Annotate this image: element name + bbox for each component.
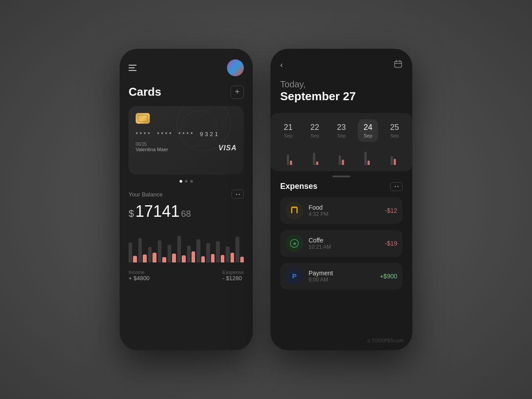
expense-item[interactable]: Food4:32 PM-$12	[280, 197, 403, 224]
bar-group	[177, 236, 186, 262]
bar-dark	[148, 247, 152, 262]
bar-pink	[201, 256, 205, 262]
mini-bar	[391, 156, 393, 165]
dot2	[239, 194, 240, 195]
day-item[interactable]: 23Sep	[331, 119, 352, 142]
scroll-pill	[332, 176, 350, 177]
card-dot-2[interactable]	[185, 180, 188, 183]
bar-pink	[231, 253, 234, 262]
scroll-indicator	[280, 171, 403, 182]
expense-item[interactable]: PPayment9:00 AM+$900	[280, 263, 403, 289]
expenses-more-button[interactable]	[390, 182, 403, 191]
expense-item[interactable]: ★Coffe10:21 AM-$19	[280, 230, 403, 257]
bar-pink	[153, 253, 156, 262]
expense-name: Payment	[309, 270, 375, 277]
dot1	[395, 186, 396, 187]
mini-bar	[368, 160, 370, 165]
day-item[interactable]: 22Sep	[305, 119, 325, 142]
bar-pink	[162, 257, 166, 262]
expense-amount: -$19	[385, 240, 397, 247]
mini-bar-group	[364, 152, 370, 165]
expense-icon: P	[286, 267, 303, 285]
bar-group	[196, 239, 205, 262]
bar-dark	[177, 236, 181, 262]
mini-bar	[339, 155, 341, 165]
card-dot-3[interactable]	[190, 180, 193, 183]
day-label: Sep	[310, 133, 319, 138]
day-number: 24	[364, 123, 372, 132]
svg-text:P: P	[292, 272, 297, 280]
calendar-icon[interactable]	[394, 59, 403, 70]
bar-pink	[133, 256, 137, 262]
card-number: **** **** **** 9321	[136, 131, 237, 137]
left-header	[129, 59, 244, 76]
card-expiry: 06/25	[136, 142, 168, 147]
right-header: ‹	[280, 59, 403, 70]
bar-dark	[129, 243, 132, 262]
card-num-3: ****	[179, 131, 195, 137]
avatar[interactable]	[227, 59, 244, 76]
bar-dark	[138, 238, 142, 262]
mini-bar	[364, 152, 367, 165]
expense-list: Food4:32 PM-$12★Coffe10:21 AM-$19PPaymen…	[280, 197, 403, 289]
stats-row: Income + $4800 Exspense - $1280	[129, 270, 244, 282]
expense-label: Exspense	[223, 270, 244, 275]
expense-info: Food4:32 PM	[309, 204, 379, 217]
card-network: VISA	[219, 144, 237, 152]
balance-cents: 68	[181, 209, 191, 219]
expense-time: 4:32 PM	[309, 211, 379, 217]
expense-amount: -$12	[385, 207, 397, 214]
full-date: September 27	[280, 90, 403, 103]
svg-rect-0	[395, 61, 402, 67]
mini-bar-group	[313, 153, 318, 165]
card-holder: Valentina Maer	[136, 147, 168, 152]
expense-time: 9:00 AM	[309, 277, 375, 283]
back-button[interactable]: ‹	[280, 60, 283, 70]
bar-group	[206, 243, 215, 262]
mini-bar	[394, 159, 396, 165]
balance-row: Your Balance	[129, 190, 244, 199]
add-card-button[interactable]: +	[231, 86, 244, 99]
bar-group	[226, 246, 234, 262]
expenses-title: Expenses	[280, 182, 317, 191]
mini-bar-group	[391, 156, 396, 165]
mini-bar	[287, 154, 289, 165]
bar-group	[187, 246, 196, 262]
right-phone: ‹ Today, September 27 21Sep22Sep23Sep24S…	[270, 49, 412, 350]
expense-name: Coffe	[309, 237, 379, 244]
bar-group	[129, 243, 137, 262]
day-number: 25	[390, 123, 399, 132]
expense-icon	[286, 202, 303, 219]
day-label: Sep	[364, 133, 372, 138]
card-dot-1[interactable]	[180, 180, 182, 183]
card-pagination-dots	[129, 180, 244, 183]
bar-dark	[216, 241, 219, 262]
card-bottom: 06/25 Valentina Maer VISA	[136, 142, 237, 152]
left-phone: Cards + **** **** **** 9321 06/25 Valent…	[120, 49, 253, 350]
balance-dollar: $	[129, 208, 134, 219]
expense-amount: +$900	[380, 273, 397, 280]
bar-group	[216, 241, 224, 262]
day-item[interactable]: 21Sep	[278, 119, 298, 142]
mini-bar	[316, 161, 318, 165]
menu-icon[interactable]	[129, 65, 137, 71]
income-stat: Income + $4800	[129, 270, 149, 282]
date-heading: Today, September 27	[280, 79, 403, 103]
mini-bar	[313, 153, 315, 165]
today-label: Today,	[280, 79, 403, 90]
credit-card[interactable]: **** **** **** 9321 06/25 Valentina Maer…	[129, 106, 244, 175]
balance-main: 17141	[135, 202, 180, 221]
expense-time: 10:21 AM	[309, 244, 379, 250]
mini-bar-group	[339, 155, 344, 165]
balance-more-button[interactable]	[231, 190, 244, 199]
watermark: ⊙ TOOOPEN.com	[367, 338, 403, 343]
card-num-1: ****	[136, 131, 152, 137]
expense-info: Payment9:00 AM	[309, 270, 375, 283]
bar-dark	[206, 243, 210, 262]
day-number: 21	[284, 123, 293, 132]
balance-chart	[129, 227, 244, 262]
bar-dark	[196, 239, 200, 262]
day-item[interactable]: 24Sep	[358, 119, 378, 142]
cards-title-row: Cards +	[129, 85, 244, 99]
day-item[interactable]: 25Sep	[384, 119, 405, 142]
